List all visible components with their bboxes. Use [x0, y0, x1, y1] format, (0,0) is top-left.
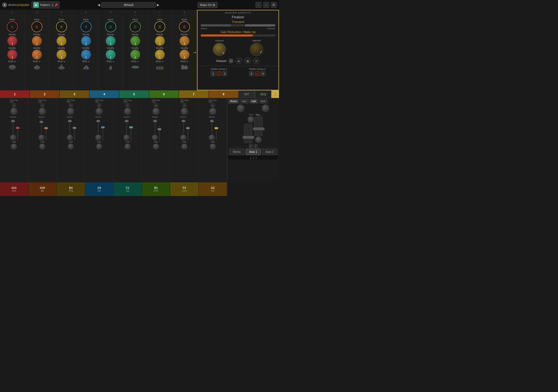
- modify-knob-6[interactable]: [130, 50, 140, 60]
- hall-knob-2[interactable]: [39, 144, 45, 150]
- choke-group1-x[interactable]: ✕: [217, 72, 221, 76]
- room-knob-2[interactable]: [39, 135, 45, 141]
- warmth-knob[interactable]: [250, 43, 263, 56]
- rnd-5[interactable]: RND ▼: [107, 60, 114, 63]
- room-knob-6[interactable]: [152, 135, 158, 141]
- solo-btn-3[interactable]: S: [69, 103, 73, 107]
- mute-btn-1[interactable]: M: [10, 99, 14, 103]
- solo-btn-1[interactable]: S: [12, 103, 16, 107]
- channel-menu-7[interactable]: ---: [158, 14, 161, 17]
- channel-tab-4[interactable]: 4: [89, 90, 119, 98]
- decay-knob-4[interactable]: [81, 36, 91, 46]
- hall-knob-6[interactable]: [153, 144, 159, 150]
- tone-knob-2[interactable]: [255, 136, 262, 143]
- rnd-2[interactable]: RND ▼: [33, 60, 40, 63]
- key-label-strip-5[interactable]: C1 G1: [114, 182, 142, 196]
- mute-btn-4[interactable]: M: [95, 99, 99, 103]
- hall-knob-3[interactable]: [68, 144, 74, 150]
- modify-knob-4[interactable]: [81, 50, 91, 60]
- tone-knob[interactable]: [248, 116, 254, 123]
- forward-button[interactable]: →: [263, 2, 269, 8]
- pan-knob-1[interactable]: [10, 108, 17, 115]
- pitch-knob-6[interactable]: 0: [130, 21, 141, 32]
- preset-next-button[interactable]: ▶: [157, 3, 159, 7]
- hall-reverb-tab[interactable]: Hall: [250, 99, 258, 103]
- key-label-strip-6[interactable]: B1 F#2: [142, 182, 170, 196]
- hall-size-knob[interactable]: [262, 105, 269, 112]
- modify-knob-2[interactable]: [32, 50, 42, 60]
- share-icon[interactable]: ⊛: [253, 58, 260, 64]
- channel-menu-5[interactable]: ...: [110, 14, 112, 17]
- pitch-knob-1[interactable]: 0: [7, 21, 18, 32]
- decay-knob-8[interactable]: [180, 36, 189, 46]
- room-knob-4[interactable]: [95, 135, 101, 141]
- pin-button[interactable]: 📌: [54, 4, 58, 7]
- hall-knob-4[interactable]: [96, 144, 102, 150]
- channel-tab-3[interactable]: 3: [60, 90, 89, 98]
- room-knob-5[interactable]: [124, 135, 130, 141]
- choke-group1-num2[interactable]: 2: [222, 71, 227, 76]
- mute-btn-6[interactable]: M: [152, 99, 156, 103]
- pitch-knob-3[interactable]: 0: [56, 21, 67, 32]
- seq-tab[interactable]: SEQ: [255, 90, 271, 98]
- yin-yang-icon[interactable]: ☯: [236, 58, 242, 64]
- decay-knob-5[interactable]: [106, 36, 116, 46]
- key-label-strip-8[interactable]: G2 E3: [199, 182, 227, 196]
- modify-knob-8[interactable]: →: [180, 50, 189, 60]
- modify-knob-1[interactable]: [7, 50, 17, 60]
- channel-tab-1[interactable]: 1: [0, 90, 30, 98]
- mute-btn-8[interactable]: M: [208, 99, 212, 103]
- remix-tab[interactable]: Remix: [229, 149, 244, 155]
- key-label-strip-4[interactable]: C0 G0: [85, 182, 114, 196]
- settings-button[interactable]: ⚙: [271, 2, 277, 8]
- rnd-8[interactable]: RND ▼: [180, 60, 188, 63]
- pan-knob-7[interactable]: [181, 108, 188, 115]
- choke-group2-num1[interactable]: 3: [249, 71, 254, 76]
- channel-menu-3[interactable]: ---: [60, 14, 63, 17]
- pitch-knob-7[interactable]: 0: [154, 21, 165, 32]
- choke-group1-num1[interactable]: 1: [211, 71, 216, 76]
- channel-menu-8[interactable]: ---: [183, 14, 186, 17]
- preset-prev-button[interactable]: ◀: [98, 3, 100, 7]
- room-knob-1[interactable]: [10, 135, 16, 141]
- key-label-strip-3[interactable]: B4 F#8: [57, 182, 85, 196]
- solo-btn-5[interactable]: S: [126, 103, 130, 107]
- battery-icon[interactable]: ▣: [244, 58, 251, 64]
- modify-knob-5[interactable]: [106, 50, 116, 60]
- mute-btn-3[interactable]: M: [67, 99, 71, 103]
- channel-tab-7[interactable]: 7: [179, 90, 209, 98]
- pan-knob-3[interactable]: [67, 108, 74, 115]
- channel-menu-1[interactable]: ...: [11, 14, 13, 17]
- solo-btn-2[interactable]: S: [40, 103, 44, 107]
- hall-knob-5[interactable]: [125, 144, 131, 150]
- channel-menu-2[interactable]: ...: [36, 14, 38, 17]
- modify-knob-7[interactable]: [155, 50, 165, 60]
- room-reverb-tab[interactable]: Room: [228, 99, 239, 103]
- mute-btn-5[interactable]: M: [124, 99, 127, 103]
- decay-knob-1[interactable]: [7, 36, 17, 46]
- play-button[interactable]: ▶: [33, 2, 39, 8]
- solo-btn-8[interactable]: S: [211, 103, 215, 107]
- hall-knob-1[interactable]: [11, 144, 17, 150]
- key-label-strip-2[interactable]: G#0 B0: [28, 182, 57, 196]
- rnd-1[interactable]: RND ▼: [8, 60, 16, 63]
- master-m-btn[interactable]: M: [249, 144, 253, 148]
- pan-knob-8[interactable]: [209, 108, 216, 115]
- hall-knob-7[interactable]: [181, 144, 187, 150]
- power-button[interactable]: ⏻: [228, 58, 233, 63]
- decay-knob-6[interactable]: [130, 36, 140, 46]
- pitch-knob-8[interactable]: 0: [179, 21, 190, 32]
- pan-knob-4[interactable]: [96, 108, 103, 115]
- decay-knob-3[interactable]: [57, 36, 66, 46]
- make-kit-button[interactable]: Make Kit ⊞: [198, 2, 218, 8]
- pitch-knob-4[interactable]: 0: [81, 21, 92, 32]
- channel-menu-6[interactable]: ---: [134, 14, 136, 17]
- channel-tab-5[interactable]: 5: [119, 90, 149, 98]
- pitch-knob-5[interactable]: 0: [105, 21, 116, 32]
- pitch-knob-2[interactable]: 0: [31, 21, 42, 32]
- key-label-strip-7[interactable]: F3 A#4: [170, 182, 199, 196]
- pan-knob-2[interactable]: [39, 108, 46, 115]
- rnd-3[interactable]: RND ▼: [57, 60, 65, 63]
- amount-knob[interactable]: [213, 43, 226, 56]
- decay-knob-7[interactable]: [155, 36, 165, 46]
